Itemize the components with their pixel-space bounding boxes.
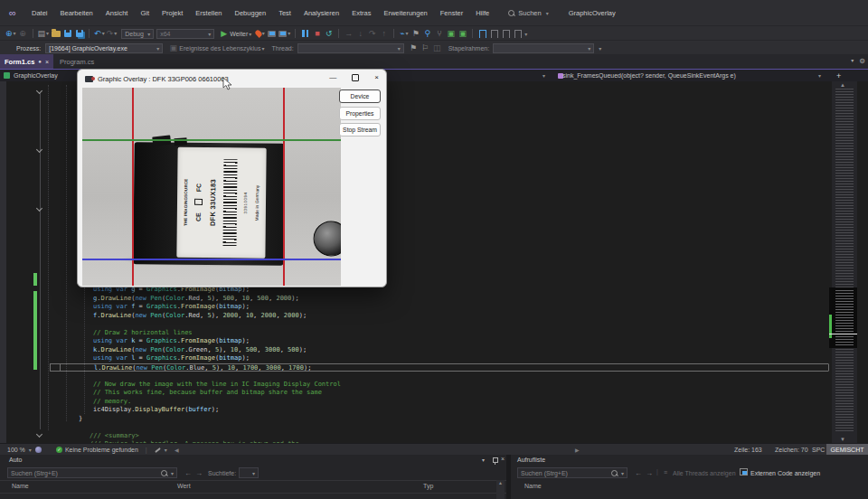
code-line[interactable]: /// <summary> <box>50 432 829 441</box>
column-indicator[interactable]: Zeichen: 70 <box>775 447 808 453</box>
toolbar-overflow-button[interactable]: ▾ <box>524 31 527 37</box>
feedback-icon[interactable] <box>35 447 42 453</box>
code-line[interactable]: ic4Display.DisplayBuffer(buffer); <box>50 406 829 415</box>
menu-item-datei[interactable]: Datei <box>25 9 54 17</box>
scroll-down-icon[interactable]: ▼ <box>840 437 845 442</box>
menu-item-git[interactable]: Git <box>134 9 156 17</box>
search-button[interactable]: Suchen ▾ <box>508 9 548 17</box>
solution-platform-select[interactable]: x64▾ <box>156 29 214 39</box>
navigate-to-button[interactable]: ⚲ <box>422 28 432 39</box>
code-line[interactable]: using var k = Graphics.FromImage(bitmap)… <box>50 337 829 346</box>
tab-list-dropdown-icon[interactable]: ▾ <box>851 57 854 65</box>
pin-icon[interactable] <box>493 457 498 464</box>
save-all-button[interactable] <box>74 28 84 39</box>
code-line[interactable] <box>50 320 829 329</box>
stack-frame-select[interactable]: ▾ <box>493 43 594 53</box>
show-external-code-button[interactable]: Externen Code anzeigen <box>750 470 820 476</box>
close-icon[interactable]: × <box>501 456 505 462</box>
uncomment-button[interactable]: ▣ <box>458 28 467 39</box>
search-back-icon[interactable]: ← <box>635 469 642 477</box>
call-hierarchy-button[interactable]: ⑂ <box>434 28 444 39</box>
menu-item-analysieren[interactable]: Analysieren <box>297 9 345 17</box>
autos-panel-title[interactable]: Auto <box>9 457 22 463</box>
chevron-down-icon[interactable]: ▾ <box>262 45 265 52</box>
properties-button[interactable]: Properties <box>339 107 381 120</box>
menu-item-erstellen[interactable]: Erstellen <box>189 9 228 17</box>
code-line[interactable]: k.DrawLine(new Pen(Color.Green, 5), 10, … <box>50 346 829 355</box>
code-line[interactable]: } <box>50 415 829 424</box>
code-line[interactable] <box>50 423 829 432</box>
menu-item-fenster[interactable]: Fenster <box>434 9 469 17</box>
fold-region-box[interactable] <box>50 363 61 372</box>
tab-form1[interactable]: Form1.cs ● × <box>0 54 53 69</box>
code-lines[interactable]: using var g = Graphics.FromImage(bitmap)… <box>50 286 829 443</box>
search-forward-icon[interactable]: → <box>195 469 203 477</box>
autos-scrollbar[interactable]: ▲ <box>496 480 505 499</box>
menu-item-bearbeiten[interactable]: Bearbeiten <box>54 9 99 17</box>
bookmark-clear-button[interactable] <box>513 28 523 39</box>
scroll-up-icon[interactable]: ▲ <box>840 82 845 88</box>
bookmark-toggle-button[interactable] <box>477 28 487 39</box>
close-icon[interactable]: × <box>374 73 379 81</box>
graphic-overlay-window[interactable]: Graphic Overlay : DFK 33GP006 06610063 —… <box>77 69 387 287</box>
problems-indicator[interactable]: ✓ Keine Probleme gefunden <box>56 447 138 453</box>
hot-reload-button[interactable]: ▾ <box>255 28 265 39</box>
menu-item-test[interactable]: Test <box>272 9 297 17</box>
show-all-threads-button[interactable]: Alle Threads anzeigen <box>673 470 736 476</box>
continue-label[interactable]: Weiter <box>230 31 248 37</box>
line-annotations-button[interactable]: ⚑ <box>410 28 420 39</box>
undo-button[interactable]: ↶▾ <box>94 28 105 39</box>
panel-splitter[interactable] <box>506 455 511 499</box>
window-position-dropdown-icon[interactable]: ▾ <box>482 457 485 463</box>
spaces-indicator[interactable]: SPC <box>812 447 825 453</box>
collapse-chevron-icon[interactable] <box>36 147 42 154</box>
code-line[interactable]: using var l = Graphics.FromImage(bitmap)… <box>50 354 829 363</box>
menu-item-ansicht[interactable]: Ansicht <box>99 9 135 17</box>
autos-col-value[interactable]: Wert <box>177 483 191 489</box>
code-line[interactable]: using var f = Graphics.FromImage(bitmap)… <box>50 303 829 312</box>
bookmark-next-button[interactable] <box>501 28 511 39</box>
minimap-viewport[interactable] <box>829 287 857 348</box>
collapse-chevron-icon[interactable] <box>36 206 42 212</box>
code-line[interactable]: f.DrawLine(new Pen(Color.Red, 5), 2000, … <box>50 312 829 321</box>
chevron-down-icon[interactable]: ▾ <box>818 72 821 79</box>
close-icon[interactable]: × <box>45 59 49 65</box>
maximize-icon[interactable] <box>352 74 359 81</box>
debugbar-overflow-button[interactable]: ▾ <box>599 45 601 52</box>
callstack-search-input[interactable]: Suchen (Strg+E) ▾ <box>517 467 627 478</box>
save-button[interactable] <box>62 28 72 39</box>
navigate-back-button[interactable]: ⊕▾ <box>5 28 16 39</box>
callstack-col-name[interactable]: Name <box>524 483 542 489</box>
code-line[interactable]: g.DrawLine(new Pen(Color.Red, 5), 500, 1… <box>50 295 829 304</box>
autos-col-name[interactable]: Name <box>12 483 29 489</box>
code-line[interactable]: // Now draw the image with the line in I… <box>50 381 829 390</box>
menu-item-erweiterungen[interactable]: Erweiterungen <box>377 9 433 17</box>
step-into-button[interactable]: ↓ <box>355 28 365 39</box>
continue-button[interactable]: ▶ <box>219 28 229 39</box>
code-line[interactable] <box>50 372 829 381</box>
flagged-only-icon[interactable]: ⚐ <box>420 42 430 53</box>
code-line[interactable]: // memory. <box>50 398 829 407</box>
split-window-button[interactable]: + <box>836 71 841 80</box>
app-window-button[interactable] <box>267 28 277 39</box>
chevron-down-icon[interactable]: ▾ <box>542 72 545 79</box>
search-forward-icon[interactable]: → <box>646 469 653 477</box>
code-line[interactable]: // Draw 2 horizontal lines <box>50 329 829 338</box>
breadcrumb-project[interactable]: GraphicOverlay <box>14 72 58 79</box>
breadcrumb-member[interactable]: sink_FramesQueued(object? sender, QueueS… <box>562 72 736 79</box>
tab-program[interactable]: Program.cs <box>52 54 101 69</box>
solution-configuration-select[interactable]: Debug▾ <box>121 29 154 39</box>
stop-button[interactable]: ■ <box>312 28 322 39</box>
menu-item-hilfe[interactable]: Hilfe <box>469 9 495 17</box>
search-depth-select[interactable]: ▾ <box>239 467 259 478</box>
minimap-scrollbar[interactable]: ▲ ▼ <box>832 81 857 443</box>
redo-button[interactable]: ↷▾ <box>107 28 118 39</box>
code-line[interactable]: l.DrawLine(new Pen(Color.Blue, 5), 10, 1… <box>50 363 829 372</box>
comment-button[interactable]: ▣ <box>446 28 456 39</box>
gear-icon[interactable]: ⚙ <box>859 57 865 65</box>
restart-button[interactable]: ↺ <box>324 28 334 39</box>
callstack-panel-title[interactable]: Aufrufliste <box>517 457 545 463</box>
new-project-button[interactable]: ▤▾ <box>38 28 50 39</box>
open-folder-button[interactable] <box>51 28 61 39</box>
navigate-forward-button[interactable]: ⊕ <box>18 28 28 39</box>
